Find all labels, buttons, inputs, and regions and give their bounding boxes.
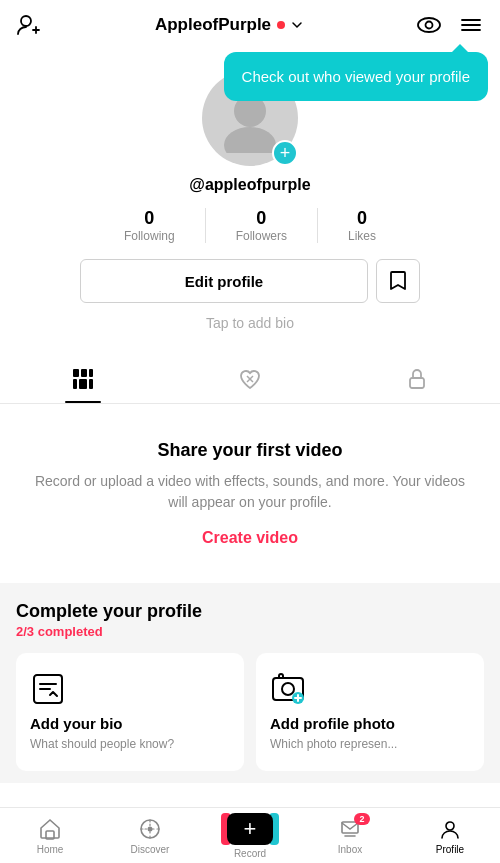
bio-placeholder[interactable]: Tap to add bio — [206, 315, 294, 331]
tab-grid[interactable] — [0, 355, 167, 403]
followers-label: Followers — [236, 229, 287, 243]
create-video-button[interactable]: Create video — [32, 529, 468, 547]
record-button[interactable]: + — [227, 813, 273, 845]
tab-liked[interactable] — [167, 355, 334, 403]
nav-home-label: Home — [37, 844, 64, 855]
svg-rect-13 — [410, 378, 424, 388]
nav-inbox[interactable]: 2 Inbox — [300, 811, 400, 861]
profile-actions: Edit profile — [80, 259, 420, 303]
photo-icon — [270, 671, 470, 707]
nav-inbox-label: Inbox — [338, 844, 362, 855]
stats-row: 0 Following 0 Followers 0 Likes — [16, 208, 484, 243]
empty-state: Share your first video Record or upload … — [0, 404, 500, 583]
nav-profile-label: Profile — [436, 844, 464, 855]
title-text: AppleofPurple — [155, 15, 271, 35]
profile-cards: Add your bio What should people know? Ad… — [16, 653, 484, 771]
add-friend-icon[interactable] — [16, 12, 42, 38]
svg-rect-8 — [73, 379, 77, 389]
complete-title: Complete your profile — [16, 601, 484, 622]
followers-stat[interactable]: 0 Followers — [206, 208, 318, 243]
empty-title: Share your first video — [32, 440, 468, 461]
nav-home[interactable]: Home — [0, 811, 100, 861]
tooltip-text: Check out who viewed your profile — [242, 68, 470, 85]
bio-card-title: Add your bio — [30, 715, 230, 732]
discover-icon — [138, 817, 162, 841]
nav-icons — [416, 12, 484, 38]
tabs-row — [0, 355, 500, 404]
edit-profile-button[interactable]: Edit profile — [80, 259, 368, 303]
likes-stat[interactable]: 0 Likes — [318, 208, 406, 243]
nav-record-label: Record — [234, 848, 266, 859]
avatar-add-button[interactable]: + — [272, 140, 298, 166]
nav-discover[interactable]: Discover — [100, 811, 200, 861]
likes-label: Likes — [348, 229, 376, 243]
nav-discover-label: Discover — [131, 844, 170, 855]
photo-card[interactable]: Add profile photo Which photo represen..… — [256, 653, 484, 771]
bio-icon — [30, 671, 230, 707]
app-title[interactable]: AppleofPurple — [155, 15, 303, 35]
svg-rect-9 — [79, 379, 87, 389]
nav-record[interactable]: + Record — [200, 813, 300, 859]
svg-point-0 — [21, 16, 31, 26]
inbox-icon: 2 — [338, 817, 362, 841]
menu-icon[interactable] — [458, 12, 484, 38]
svg-point-1 — [418, 18, 440, 32]
following-count: 0 — [144, 208, 154, 229]
username: @appleofpurple — [189, 176, 310, 194]
eye-icon[interactable] — [416, 12, 442, 38]
top-nav: AppleofPurple — [0, 0, 500, 50]
likes-count: 0 — [357, 208, 367, 229]
home-icon — [38, 817, 62, 841]
bookmark-button[interactable] — [376, 259, 420, 303]
svg-rect-5 — [73, 369, 79, 377]
following-stat[interactable]: 0 Following — [94, 208, 206, 243]
complete-progress: 2/3 completed — [16, 624, 484, 639]
inbox-badge: 2 — [354, 813, 370, 825]
followers-count: 0 — [256, 208, 266, 229]
photo-card-desc: Which photo represen... — [270, 736, 470, 753]
nav-profile[interactable]: Profile — [400, 811, 500, 861]
profile-nav-icon — [438, 817, 462, 841]
svg-point-4 — [224, 127, 276, 153]
svg-rect-10 — [89, 379, 93, 389]
svg-point-20 — [148, 826, 153, 831]
svg-rect-6 — [81, 369, 87, 377]
tooltip: Check out who viewed your profile — [224, 52, 488, 101]
svg-rect-7 — [89, 369, 93, 377]
photo-card-title: Add profile photo — [270, 715, 470, 732]
bio-card[interactable]: Add your bio What should people know? — [16, 653, 244, 771]
complete-profile-section: Complete your profile 2/3 completed Add … — [0, 583, 500, 783]
following-label: Following — [124, 229, 175, 243]
svg-point-2 — [425, 22, 432, 29]
svg-point-16 — [282, 683, 294, 695]
live-dot — [277, 21, 285, 29]
tab-private[interactable] — [333, 355, 500, 403]
empty-description: Record or upload a video with effects, s… — [32, 471, 468, 513]
bottom-nav: Home Discover + Record 2 Inbox — [0, 807, 500, 863]
svg-point-21 — [446, 822, 454, 830]
bio-card-desc: What should people know? — [30, 736, 230, 753]
